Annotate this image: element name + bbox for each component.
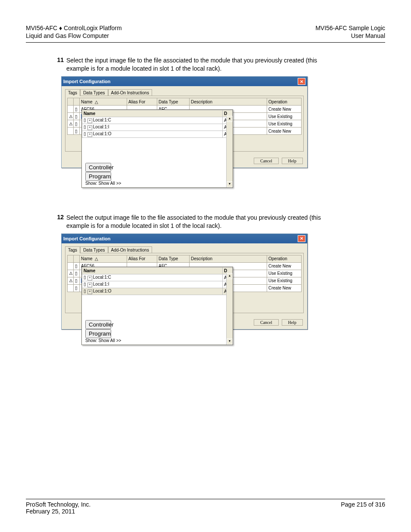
list-item[interactable]: ▯ +Local:1:CA xyxy=(82,274,233,281)
cancel-button[interactable]: Cancel xyxy=(254,319,279,326)
footer-date: February 25, 2011 xyxy=(26,508,90,515)
list-item[interactable]: ▯ +Local:1:OA xyxy=(82,288,233,295)
import-config-dialog-1: Import Configuration ✕ Tags Data Types A… xyxy=(61,76,308,168)
header-right-1: MVI56-AFC Sample Logic xyxy=(315,24,385,32)
header-left-1: MVI56-AFC ♦ ControlLogix Platform xyxy=(26,24,122,32)
list-item[interactable]: ▯ +Local:1:IA xyxy=(82,124,233,131)
col-desc[interactable]: Description xyxy=(190,98,267,106)
controller-button[interactable]: Controller xyxy=(85,163,111,172)
col-dtype[interactable]: Data Type xyxy=(157,98,190,106)
tab-data-types[interactable]: Data Types xyxy=(80,89,108,96)
col-op[interactable]: Operation xyxy=(267,98,302,106)
page-header: MVI56-AFC ♦ ControlLogix Platform Liquid… xyxy=(26,24,385,43)
name-dropdown[interactable]: NameD ▯ +Local:1:CA ▯ +Local:1:IA ▯ +Loc… xyxy=(81,109,233,188)
warning-icon: ⚠ xyxy=(68,270,74,277)
close-icon[interactable]: ✕ xyxy=(298,78,305,85)
tab-tags[interactable]: Tags xyxy=(65,246,80,253)
list-item[interactable]: ▯ +Local:1:CA xyxy=(82,117,233,124)
dd-col-name[interactable]: Name xyxy=(82,267,223,274)
dialog-titlebar[interactable]: Import Configuration ✕ xyxy=(62,77,307,86)
step-number: 11 xyxy=(52,56,64,73)
show-label: Show: Show All xyxy=(85,181,115,186)
program-button[interactable]: Program xyxy=(85,329,111,338)
step-11: 11 Select the input image file to the fi… xyxy=(52,56,327,73)
tab-tags[interactable]: Tags xyxy=(65,89,80,96)
col-desc[interactable]: Description xyxy=(190,255,267,262)
header-right-2: User Manual xyxy=(315,32,385,40)
list-item[interactable]: ▯ +Local:1:IA xyxy=(82,281,233,288)
col-name[interactable]: Name △ xyxy=(80,255,127,262)
footer-page: Page 215 of 316 xyxy=(341,501,385,508)
warning-icon: ⚠ xyxy=(68,113,74,120)
list-item[interactable]: ▯ +Local:1:OA xyxy=(82,131,233,138)
show-label: Show: Show All xyxy=(85,338,115,343)
tab-row: Tags Data Types Add-On Instructions xyxy=(65,89,304,96)
dialog-titlebar[interactable]: Import Configuration ✕ xyxy=(62,234,307,243)
header-left-2: Liquid and Gas Flow Computer xyxy=(26,32,122,40)
page-footer: ProSoft Technology, Inc. February 25, 20… xyxy=(26,499,385,515)
tab-row: Tags Data Types Add-On Instructions xyxy=(65,246,304,253)
program-button[interactable]: Program xyxy=(85,172,111,181)
scroll-up-icon[interactable]: ▴ xyxy=(227,273,233,279)
import-config-dialog-2: Import Configuration ✕ Tags Data Types A… xyxy=(61,233,308,330)
tab-data-types[interactable]: Data Types xyxy=(80,246,108,253)
col-alias[interactable]: Alias For xyxy=(127,255,157,262)
step-number: 12 xyxy=(52,214,64,230)
footer-company: ProSoft Technology, Inc. xyxy=(26,501,90,508)
warning-icon: ⚠ xyxy=(68,120,74,128)
cancel-button[interactable]: Cancel xyxy=(254,158,279,164)
step-text: Select the output image file to the file… xyxy=(66,214,327,230)
dd-col-name[interactable]: Name xyxy=(82,110,223,117)
help-button[interactable]: Help xyxy=(282,319,303,326)
tab-addon[interactable]: Add-On Instructions xyxy=(108,89,152,96)
scroll-down-icon[interactable]: ▾ xyxy=(227,181,233,187)
next-button[interactable]: >> xyxy=(116,181,121,186)
name-dropdown[interactable]: NameD ▯ +Local:1:CA ▯ +Local:1:IA ▯ +Loc… xyxy=(81,267,233,345)
step-text: Select the input image file to the file … xyxy=(66,56,327,73)
dialog-title: Import Configuration xyxy=(63,79,110,84)
dialog-title: Import Configuration xyxy=(63,236,110,241)
scroll-up-icon[interactable]: ▴ xyxy=(227,116,233,122)
col-alias[interactable]: Alias For xyxy=(127,98,157,106)
col-name[interactable]: Name △ xyxy=(80,98,127,106)
step-12: 12 Select the output image file to the f… xyxy=(52,214,327,230)
next-button[interactable]: >> xyxy=(116,338,121,343)
help-button[interactable]: Help xyxy=(282,158,303,164)
scroll-down-icon[interactable]: ▾ xyxy=(227,339,233,345)
controller-button[interactable]: Controller xyxy=(85,320,111,329)
warning-icon: ⚠ xyxy=(68,277,74,284)
col-dtype[interactable]: Data Type xyxy=(157,255,190,262)
close-icon[interactable]: ✕ xyxy=(298,235,305,242)
tab-addon[interactable]: Add-On Instructions xyxy=(108,246,152,253)
col-op[interactable]: Operation xyxy=(267,255,302,262)
